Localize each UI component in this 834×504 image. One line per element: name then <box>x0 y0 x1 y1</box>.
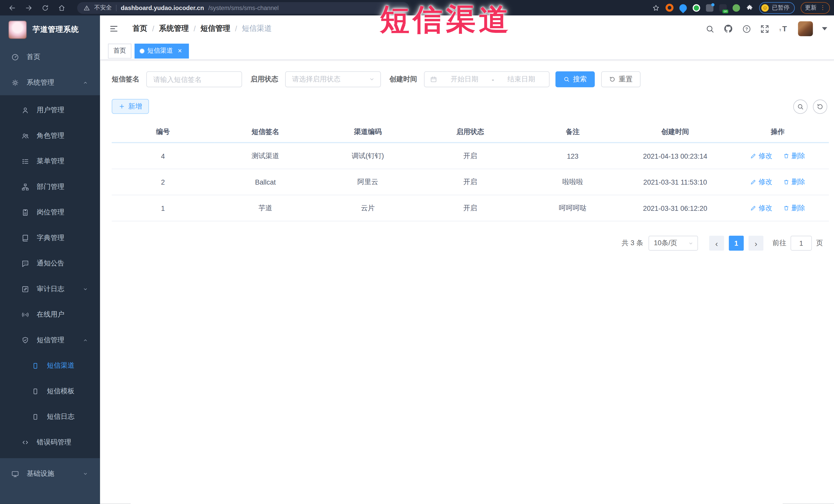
extensions-puzzle-icon[interactable] <box>746 4 753 12</box>
sidebar-item-home[interactable]: 首页 <box>0 44 100 70</box>
table-header-row: 编号 短信签名 渠道编码 启用状态 备注 创建时间 操作 <box>112 122 829 143</box>
font-size-icon[interactable] <box>778 23 789 34</box>
bookmark-star-icon[interactable] <box>652 4 660 12</box>
sidebar-item-sms-template[interactable]: 短信模板 <box>0 378 100 404</box>
update-label: 更新 <box>805 4 817 12</box>
browser-menu-icon[interactable]: ⋮ <box>820 4 826 11</box>
extension-icon-blue-drop[interactable] <box>678 3 688 13</box>
notice-chat-icon <box>21 259 29 267</box>
extension-icon-orange[interactable] <box>665 4 674 12</box>
chevron-up-icon <box>82 80 88 86</box>
cell-remark: 123 <box>522 143 624 169</box>
edit-link[interactable]: 修改 <box>750 151 772 161</box>
browser-forward-icon[interactable] <box>25 4 32 12</box>
start-date-placeholder[interactable]: 开始日期 <box>442 74 487 84</box>
top-navbar: 首页 / 系统管理 / 短信管理 / 短信渠道 <box>100 16 834 42</box>
sidebar-item-depts[interactable]: 部门管理 <box>0 174 100 199</box>
user-avatar[interactable] <box>798 21 813 36</box>
browser-right-cluster: on ☺ 已暂停 更新 ⋮ <box>652 0 830 16</box>
fullscreen-icon[interactable] <box>760 24 769 33</box>
sms-shield-icon <box>21 336 29 344</box>
page-size-select[interactable]: 10条/页 <box>649 236 698 250</box>
address-bar[interactable]: 不安全 dashboard.yudao.iocoder.cn/system/sm… <box>77 2 409 14</box>
add-button[interactable]: 新增 <box>112 99 149 114</box>
sidebar-item-audit-log[interactable]: 审计日志 <box>0 276 100 302</box>
breadcrumb-separator: / <box>194 24 196 33</box>
browser-update-button[interactable]: 更新 ⋮ <box>800 2 830 14</box>
calendar-icon <box>430 75 437 83</box>
url-host: dashboard.yudao.iocoder.cn <box>120 5 204 11</box>
sidebar-item-online-users[interactable]: 在线用户 <box>0 302 100 327</box>
tag-close-icon[interactable]: × <box>176 47 183 54</box>
extension-icon-gray[interactable] <box>706 4 714 12</box>
sidebar-logo-row[interactable]: 芋道管理系统 <box>0 16 100 44</box>
cell-created: 2021-03-31 06:12:20 <box>624 195 726 221</box>
security-label[interactable]: 不安全 <box>94 4 112 12</box>
sidebar-item-label: 短信管理 <box>37 335 64 345</box>
help-icon[interactable] <box>742 24 751 33</box>
cell-actions: 修改 删除 <box>726 143 829 169</box>
sign-filter-input[interactable] <box>146 71 242 87</box>
cell-remark: 啦啦啦 <box>522 169 624 195</box>
sidebar-item-sms-log[interactable]: 短信日志 <box>0 404 100 429</box>
sidebar-item-system[interactable]: 系统管理 <box>0 70 100 95</box>
post-badge-icon <box>21 208 29 216</box>
refresh-table-button[interactable] <box>813 100 827 114</box>
sidebar-item-notice[interactable]: 通知公告 <box>0 250 100 276</box>
org-tree-icon <box>21 183 29 191</box>
sidebar-item-dict[interactable]: 字典管理 <box>0 225 100 250</box>
breadcrumb-home[interactable]: 首页 <box>132 24 147 34</box>
cell-id: 2 <box>112 169 214 195</box>
sms-channel-table: 编号 短信签名 渠道编码 启用状态 备注 创建时间 操作 4 测试渠道 调试(钉… <box>112 122 829 222</box>
breadcrumb-sms[interactable]: 短信管理 <box>200 24 230 34</box>
next-page-button[interactable]: › <box>748 236 763 250</box>
search-icon[interactable] <box>705 24 715 33</box>
sidebar-item-users[interactable]: 用户管理 <box>0 97 100 123</box>
sidebar-collapse-icon[interactable] <box>109 24 118 34</box>
create-time-range-picker[interactable]: 开始日期 - 结束日期 <box>424 71 550 87</box>
edit-link[interactable]: 修改 <box>750 177 772 187</box>
security-warning-icon[interactable] <box>83 5 90 11</box>
sidebar-item-error-code[interactable]: 错误码管理 <box>0 430 100 455</box>
profile-paused-badge[interactable]: ☺ 已暂停 <box>759 2 795 14</box>
page-1-button[interactable]: 1 <box>729 236 744 250</box>
extension-icon-green[interactable] <box>693 4 700 12</box>
github-icon[interactable] <box>724 24 733 34</box>
col-code: 渠道编码 <box>316 122 419 143</box>
delete-link[interactable]: 删除 <box>783 177 805 187</box>
trash-icon <box>783 153 789 159</box>
browser-reload-icon[interactable] <box>42 4 49 12</box>
browser-home-icon[interactable] <box>58 4 65 12</box>
table-row: 1 芋道 云片 开启 呵呵呵哒 2021-03-31 06:12:20 修改 删… <box>112 195 829 221</box>
chevron-down-icon <box>82 286 88 292</box>
browser-back-icon[interactable] <box>8 4 16 12</box>
chevron-down-icon <box>82 470 88 477</box>
sidebar-item-infrastructure[interactable]: 基础设施 <box>0 458 100 489</box>
goto-page-input[interactable] <box>791 236 812 250</box>
breadcrumb-system[interactable]: 系统管理 <box>159 24 189 34</box>
sidebar-item-sms[interactable]: 短信管理 <box>0 327 100 353</box>
phone-icon <box>31 413 39 420</box>
extension-icon-switch[interactable]: on <box>719 4 727 12</box>
sidebar-item-sms-channel[interactable]: 短信渠道 <box>0 353 100 378</box>
table-row: 4 测试渠道 调试(钉钉) 开启 123 2021-04-13 00:23:14… <box>112 143 829 169</box>
browser-toolbar: 不安全 dashboard.yudao.iocoder.cn/system/sm… <box>0 0 834 16</box>
sidebar-item-posts[interactable]: 岗位管理 <box>0 199 100 225</box>
delete-link[interactable]: 删除 <box>783 151 805 161</box>
tag-home[interactable]: 首页 <box>108 43 131 58</box>
delete-link[interactable]: 删除 <box>783 203 805 213</box>
avatar-caret-down-icon[interactable] <box>822 27 827 30</box>
extension-icon-plant[interactable] <box>732 4 740 12</box>
hide-search-button[interactable] <box>793 100 808 114</box>
table-row: 2 Ballcat 阿里云 开启 啦啦啦 2021-03-31 11:53:10… <box>112 169 829 195</box>
search-button[interactable]: 搜索 <box>555 71 595 87</box>
tag-sms-channel[interactable]: 短信渠道 × <box>134 43 189 58</box>
reset-button[interactable]: 重置 <box>601 71 640 87</box>
col-sign: 短信签名 <box>214 122 316 143</box>
status-filter-select[interactable]: 请选择启用状态 <box>285 71 381 87</box>
edit-link[interactable]: 修改 <box>750 203 772 213</box>
end-date-placeholder[interactable]: 结束日期 <box>499 74 544 84</box>
sidebar-item-menus[interactable]: 菜单管理 <box>0 148 100 174</box>
sidebar-item-roles[interactable]: 角色管理 <box>0 123 100 148</box>
prev-page-button[interactable]: ‹ <box>709 236 724 250</box>
